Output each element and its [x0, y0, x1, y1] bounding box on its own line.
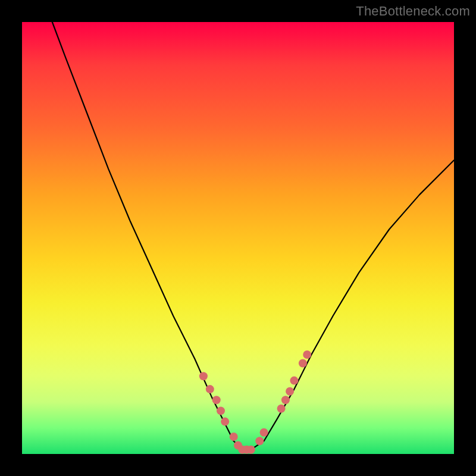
data-point — [217, 406, 225, 415]
data-point — [286, 387, 294, 396]
watermark-text: TheBottleneck.com — [356, 4, 470, 19]
data-point — [199, 372, 208, 380]
data-point — [281, 396, 290, 404]
chart-frame: TheBottleneck.com — [0, 0, 476, 476]
chart-overlay — [0, 0, 476, 476]
data-point — [303, 350, 311, 359]
data-point — [212, 396, 221, 404]
data-point — [277, 405, 286, 413]
curve-path — [52, 22, 454, 450]
data-point — [206, 385, 214, 393]
data-point — [299, 359, 307, 368]
data-point — [230, 433, 238, 441]
data-point — [255, 437, 264, 445]
data-point — [260, 428, 268, 437]
data-point — [247, 446, 255, 454]
data-point — [290, 377, 298, 385]
data-point — [221, 418, 229, 426]
